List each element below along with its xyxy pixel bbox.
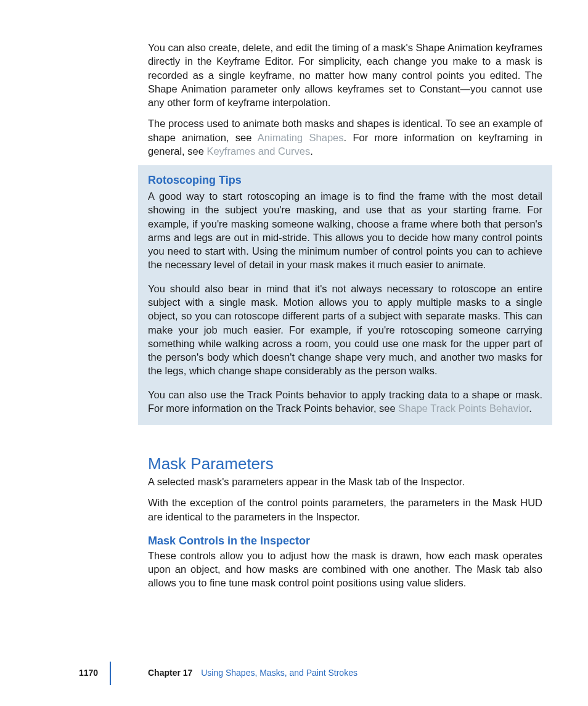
body-paragraph: These controls allow you to adjust how t… <box>148 549 542 590</box>
page-footer: 1170 Chapter 17 Using Shapes, Masks, and… <box>0 668 588 685</box>
subheading-mask-controls: Mask Controls in the Inspector <box>148 535 542 548</box>
body-paragraph: You can also create, delete, and edit th… <box>148 41 542 109</box>
chapter-title: Using Shapes, Masks, and Paint Strokes <box>201 668 357 678</box>
tip-box-paragraph: You can also use the Track Points behavi… <box>148 388 542 416</box>
tip-box-paragraph: You should also bear in mind that it's n… <box>148 282 542 378</box>
footer-divider <box>110 662 111 685</box>
main-content: You can also create, delete, and edit th… <box>148 41 542 597</box>
document-page: You can also create, delete, and edit th… <box>0 0 588 706</box>
body-paragraph: With the exception of the control points… <box>148 496 542 523</box>
body-paragraph: The process used to animate both masks a… <box>148 117 542 158</box>
page-number: 1170 <box>79 668 98 678</box>
tip-box: Rotoscoping Tips A good way to start rot… <box>138 165 552 425</box>
chapter-reference: Chapter 17 Using Shapes, Masks, and Pain… <box>148 668 357 678</box>
link-keyframes-and-curves[interactable]: Keyframes and Curves <box>206 146 310 157</box>
link-shape-track-points-behavior[interactable]: Shape Track Points Behavior <box>398 403 529 414</box>
link-animating-shapes[interactable]: Animating Shapes <box>258 132 344 143</box>
chapter-label: Chapter 17 <box>148 668 192 678</box>
text-run: . <box>529 403 532 414</box>
text-run: . <box>310 146 313 157</box>
tip-box-paragraph: A good way to start rotoscoping an image… <box>148 189 542 272</box>
section-heading-mask-parameters: Mask Parameters <box>148 454 542 474</box>
tip-box-title: Rotoscoping Tips <box>148 174 542 187</box>
body-paragraph: A selected mask's parameters appear in t… <box>148 475 542 488</box>
